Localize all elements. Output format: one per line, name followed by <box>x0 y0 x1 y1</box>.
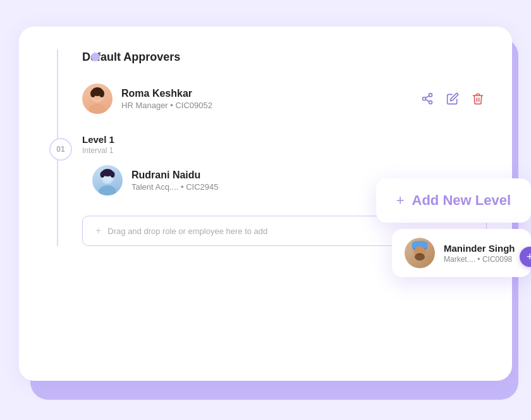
svg-point-15 <box>101 171 105 178</box>
approver-row-roma: Roma Keshkar HR Manager • CIC09052 <box>82 83 487 114</box>
svg-point-12 <box>99 185 116 195</box>
add-new-level-card[interactable]: + Add New Level <box>376 178 531 223</box>
level-badge: 01 <box>49 138 72 161</box>
svg-point-6 <box>429 94 432 97</box>
edit-icon[interactable] <box>444 90 461 108</box>
svg-point-7 <box>423 97 426 101</box>
edit-svg <box>446 92 459 105</box>
svg-line-10 <box>425 96 429 97</box>
share-icon[interactable] <box>418 90 436 108</box>
maninder-sub: Market.... • CIC0098 <box>444 255 515 264</box>
share-svg <box>421 92 434 105</box>
level-title: Level 1 <box>82 134 487 145</box>
svg-point-5 <box>99 90 104 97</box>
delete-icon[interactable] <box>469 90 487 108</box>
maninder-name: Maninder Singh <box>444 243 515 254</box>
approver-info-roma: Roma Keshkar HR Manager • CIC09052 <box>121 88 212 110</box>
rudrani-sub: Talent Acq.... • CIC2945 <box>131 182 219 192</box>
main-card: Default Approvers Roma Keshk <box>19 27 512 381</box>
add-new-level-text: Add New Level <box>412 192 511 209</box>
delete-svg <box>472 92 484 105</box>
svg-point-8 <box>429 101 432 104</box>
maninder-svg <box>405 238 435 268</box>
svg-point-16 <box>111 171 115 178</box>
add-new-level-plus: + <box>396 192 405 209</box>
level-sub: Interval 1 <box>82 146 487 155</box>
maninder-card: Maninder Singh Market.... • CIC0098 <box>392 229 531 277</box>
svg-point-4 <box>90 90 95 97</box>
drag-drop-label: Drag and drop role or employee here to a… <box>107 226 267 236</box>
header-dot <box>91 52 100 61</box>
avatar-rudrani <box>92 165 123 195</box>
section-header-row: Default Approvers <box>82 49 487 65</box>
avatar-roma-svg <box>82 83 113 114</box>
roma-sub: HR Manager • CIC09052 <box>121 101 212 110</box>
avatar-roma <box>82 83 113 114</box>
svg-point-1 <box>88 104 106 114</box>
maninder-info: Maninder Singh Market.... • CIC0098 <box>444 243 515 264</box>
maninder-avatar <box>405 238 435 268</box>
rudrani-name: Rudrani Naidu <box>131 170 219 181</box>
approver-info-rudrani: Rudrani Naidu Talent Acq.... • CIC2945 <box>131 170 219 192</box>
approver-actions <box>418 90 487 108</box>
avatar-rudrani-svg <box>92 165 123 195</box>
outer-wrapper: Default Approvers Roma Keshk <box>19 27 512 393</box>
roma-name: Roma Keshkar <box>121 88 212 99</box>
svg-line-9 <box>425 99 429 101</box>
drag-drop-plus: + <box>95 225 101 237</box>
svg-point-20 <box>415 253 425 261</box>
